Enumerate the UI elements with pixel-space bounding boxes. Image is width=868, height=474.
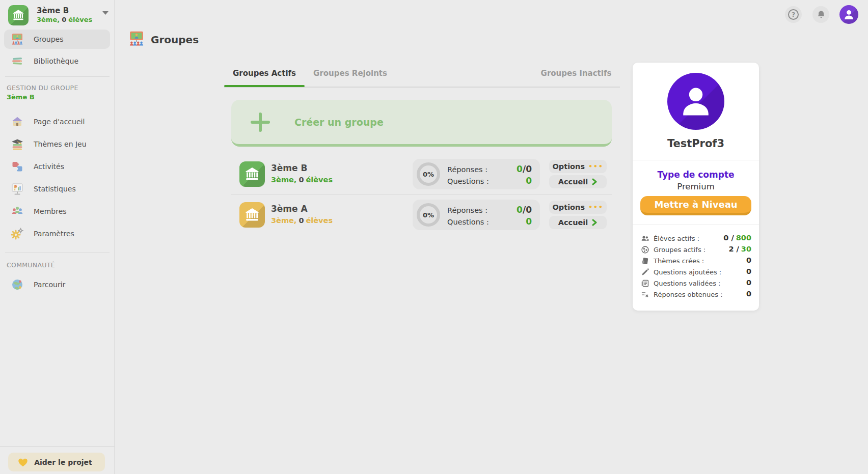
help-icon: ? (788, 9, 799, 20)
sidebar-item-page-accueil[interactable]: Page d'accueil (4, 112, 110, 131)
group-row-3eme-a: 3ème A 3ème,0élèves 0% Réponses : Questi… (231, 200, 612, 230)
sidebar-divider (5, 253, 110, 253)
sidebar-item-groupes[interactable]: Groupes (4, 30, 110, 49)
questions-label: Questions : (447, 218, 489, 226)
responses-value: 0/0 (517, 164, 532, 174)
stat-row-themes-crees: Thèmes crées : 0 (633, 256, 759, 266)
globe-people-icon (10, 277, 24, 292)
puzzle-icon (10, 159, 24, 174)
classroom-icon (10, 32, 24, 46)
sidebar-item-themes-en-jeu[interactable]: Thèmes en Jeu (4, 134, 110, 154)
stat-row-questions-ajoutees: Questions ajoutées : 0 (633, 267, 759, 277)
users-icon (641, 234, 649, 243)
sidebar-item-bibliotheque[interactable]: Bibliothèque (4, 51, 110, 71)
questions-value: 0 (526, 176, 532, 186)
sidebar-section-header: GESTION DU GROUPE (7, 84, 78, 92)
create-group-label: Créer un groupe (294, 117, 384, 128)
sidebar-item-label: Page d'accueil (34, 118, 85, 126)
questions-label: Questions : (447, 177, 489, 185)
answers-list-icon (641, 290, 649, 299)
profile-card: TestProf3 Type de compte Premium Mettre … (633, 63, 759, 311)
group-home-button[interactable]: Accueil (549, 175, 607, 188)
progress-ring: 0% (417, 162, 440, 186)
sidebar-item-label: Paramètres (34, 230, 74, 238)
stat-row-questions-validees: Questions validées : 0 (633, 278, 759, 289)
classroom-icon (127, 30, 146, 50)
tab-groupes-actifs[interactable]: Groupes Actifs (224, 69, 305, 82)
support-project-label: Aider le projet (29, 458, 98, 466)
stat-row-reponses-obtenues: Réponses obtenues : 0 (633, 290, 759, 300)
sidebar-item-parametres[interactable]: Paramètres (4, 224, 110, 243)
pencil-icon (641, 268, 649, 276)
person-icon (843, 8, 855, 21)
person-icon (679, 82, 713, 120)
sidebar-item-label: Groupes (34, 35, 64, 43)
user-avatar-button[interactable] (839, 5, 858, 24)
group-name[interactable]: 3ème A (271, 204, 308, 214)
people-icon (10, 204, 24, 218)
group-row-3eme-b: 3ème B 3ème,0élèves 0% Réponses : Questi… (231, 159, 612, 189)
responses-label: Réponses : (447, 165, 487, 174)
account-type-value: Premium (633, 182, 759, 191)
responses-label: Réponses : (447, 206, 487, 214)
group-school-icon (239, 202, 265, 228)
group-options-button[interactable]: Options ••• (549, 201, 607, 214)
group-stats-panel: 0% Réponses : Questions : 0/0 0 (413, 159, 540, 189)
group-name[interactable]: 3ème B (271, 163, 307, 173)
school-icon (8, 5, 29, 25)
sidebar-item-label: Thèmes en Jeu (34, 140, 87, 148)
group-rows-divider (231, 194, 612, 195)
tab-groupes-inactifs[interactable]: Groupes Inactifs (536, 69, 616, 82)
sidebar-section-group-name: 3ème B (7, 93, 35, 101)
sidebar-item-label: Activités (34, 162, 64, 171)
workspace-subtitle: 3ème,0élèves (37, 16, 92, 23)
account-type-label: Type de compte (633, 170, 759, 180)
group-stats-panel: 0% Réponses : Questions : 0/0 0 (413, 200, 540, 230)
help-button[interactable]: ? (785, 6, 802, 23)
heart-icon (17, 457, 29, 468)
sidebar-item-label: Membres (34, 207, 67, 215)
chevron-right-icon (591, 178, 598, 185)
card-divider (633, 225, 759, 225)
support-project-button[interactable]: Aider le projet (8, 453, 105, 471)
create-group-button[interactable]: Créer un groupe (231, 100, 612, 147)
group-home-button[interactable]: Accueil (549, 216, 607, 229)
tab-groupes-rejoints[interactable]: Groupes Rejoints (311, 69, 390, 82)
book-icon (641, 257, 649, 265)
plus-icon (251, 113, 270, 132)
stat-row-eleves-actifs: Élèves actifs : 0 /800 (633, 234, 759, 244)
progress-ring: 0% (417, 203, 440, 227)
graduation-books-icon (10, 137, 24, 151)
notifications-button[interactable] (812, 6, 829, 23)
ellipsis-icon: ••• (588, 205, 603, 210)
books-icon (10, 54, 24, 68)
group-subtitle: 3ème,0élèves (271, 176, 333, 184)
chevron-down-icon (102, 11, 108, 15)
sidebar-item-membres[interactable]: Membres (4, 202, 110, 221)
gear-icon (10, 227, 24, 241)
house-icon (10, 115, 24, 129)
stat-row-groupes-actifs: Groupes actifs : 2 /30 (633, 245, 759, 255)
page-title: Groupes (151, 34, 199, 46)
globe-icon (641, 245, 649, 254)
card-divider (633, 160, 759, 160)
sidebar-item-statistiques[interactable]: Statistiques (4, 179, 110, 199)
ellipsis-icon: ••• (588, 164, 603, 169)
sidebar-item-label: Statistiques (34, 185, 76, 193)
workspace-title: 3ème B (37, 6, 69, 15)
profile-avatar (667, 73, 724, 130)
upgrade-button[interactable]: Mettre à Niveau (640, 196, 751, 215)
app-canvas: 3ème B 3ème,0élèves Groupes (0, 0, 868, 474)
sidebar-item-activites[interactable]: Activités (4, 157, 110, 176)
page-header: Groupes (127, 31, 199, 49)
sidebar-bottom-divider (0, 446, 115, 447)
group-options-button[interactable]: Options ••• (549, 160, 607, 173)
document-icon (641, 279, 649, 288)
group-school-icon (239, 161, 265, 187)
profile-name: TestProf3 (633, 137, 759, 150)
group-subtitle: 3ème,0élèves (271, 216, 333, 225)
sidebar-item-parcourir[interactable]: Parcourir (4, 275, 110, 294)
sidebar-item-label: Bibliothèque (34, 57, 78, 65)
chevron-right-icon (591, 219, 598, 226)
workspace-switcher[interactable]: 3ème B 3ème,0élèves (0, 0, 115, 29)
